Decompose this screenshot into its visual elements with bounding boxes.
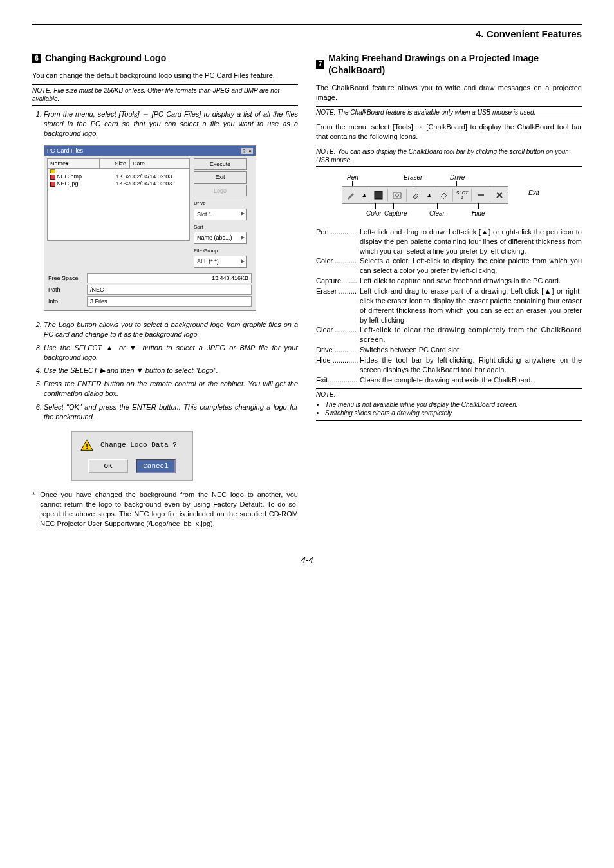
section-6-title: Changing Background Logo [45,52,166,64]
sort-label: Sort [194,224,253,231]
drive-icon[interactable]: SLOT 1 [454,187,470,203]
filegroup-label: File Group [194,248,253,255]
note-usb: NOTE: The ChalkBoard feature is availabl… [316,106,582,119]
note-item: The menu is not available while you disp… [325,401,582,410]
file-row[interactable]: NEC.jpg 1KB 2002/04/14 02:03 [48,180,189,187]
section-number-box: 7 [316,60,324,69]
label-exit: Exit [528,189,539,198]
dropdown-icon[interactable]: ▶ [241,211,246,218]
section-7-mid: From the menu, select [Tools] → [ChalkBo… [316,122,582,142]
section-7-title: Making Freehand Drawings on a Projected … [328,52,582,77]
eraser-menu-icon[interactable]: ▴ [424,187,433,203]
exit-button[interactable]: Exit [194,171,247,183]
pc-card-files-window: PC Card Files ?× Name▾ Size Date NEC.bmp… [44,145,256,311]
col-size[interactable]: Size [100,158,129,169]
window-title: PC Card Files [47,147,83,155]
file-list[interactable]: NEC.bmp 1KB 2002/04/14 02:03 NEC.jpg 1KB… [47,169,190,241]
filegroup-field[interactable]: ALL (*.*)▶ [194,256,247,267]
drive-field[interactable]: Slot 1▶ [194,209,247,220]
svg-point-4 [396,194,399,197]
dropdown-icon[interactable]: ▶ [241,258,246,265]
close-icon[interactable]: × [247,148,253,154]
freespace-value: 13,443,416KB [87,273,252,283]
label-hide: Hide [472,209,485,218]
sort-field[interactable]: Name (abc...)▶ [194,232,247,243]
svg-rect-5 [478,194,484,196]
warning-icon: ! [80,439,94,453]
section-7-heading: 7 Making Freehand Drawings on a Projecte… [316,52,582,77]
execute-button[interactable]: Execute [194,158,247,170]
info-value: 3 Files [87,296,252,307]
step-6: Select "OK" and press the ENTER button. … [44,402,298,422]
ok-button[interactable]: OK [88,459,128,474]
label-drive: Drive [450,173,465,182]
pen-icon[interactable] [342,187,359,203]
steps-list-cont: The Logo button allows you to select a b… [32,320,298,422]
color-icon[interactable] [370,187,387,203]
note-list: NOTE: The menu is not available while yo… [316,388,582,421]
step-5: Press the ENTER button on the remote con… [44,379,298,399]
col-name[interactable]: Name▾ [47,158,100,169]
svg-rect-2 [375,191,382,199]
capture-icon[interactable] [389,187,405,203]
definitions: Pen ..............Left-click and drag to… [316,227,582,385]
note-scroll: NOTE: You can also display the ChalkBoar… [316,146,582,167]
right-column: 7 Making Freehand Drawings on a Projecte… [316,47,582,529]
help-icon[interactable]: ? [241,148,247,154]
step-4: Use the SELECT ▶ and then ▼ button to se… [44,366,298,375]
path-value: /NEC [87,285,252,295]
section-6-intro: You can change the default background lo… [32,71,298,80]
cancel-button[interactable]: Cancel [136,459,176,474]
file-row[interactable]: NEC.bmp 1KB 2002/04/14 02:03 [48,173,189,180]
logo-button[interactable]: Logo [194,185,247,196]
chalkboard-figure: Pen Eraser Drive Exit ▴ [342,177,582,214]
dialog-message: Change Logo Data ? [100,440,177,450]
step-2: The Logo button allows you to select a b… [44,320,298,339]
section-7-intro: The ChalkBoard feature allows you to wri… [316,83,582,102]
eraser-icon[interactable] [407,187,424,203]
chalkboard-toolbar: ▴ ▴ SLOT 1 [342,186,508,204]
step-3: Use the SELECT ▲ or ▼ button to select a… [44,343,298,363]
page-number: 4-4 [32,554,582,566]
chapter-header: 4. Convenient Features [32,28,582,41]
note-item: Switching slides clears a drawing comple… [325,409,582,418]
label-color: Color [366,209,382,218]
note-filesize: NOTE: File size must be 256KB or less. O… [32,84,298,106]
svg-rect-3 [393,193,401,198]
confirm-dialog: ! Change Logo Data ? OK Cancel [71,431,193,482]
exit-icon[interactable] [491,187,508,203]
drive-label: Drive [194,200,253,207]
file-icon [50,182,55,187]
path-label: Path [48,286,87,294]
note-head: NOTE: [316,390,582,399]
step-1: From the menu, select [Tools] → [PC Card… [44,109,298,138]
top-rule [32,24,582,25]
svg-text:!: ! [86,442,88,449]
window-buttons: ?× [241,147,253,155]
window-titlebar: PC Card Files ?× [44,146,256,156]
dropdown-icon[interactable]: ▶ [241,234,246,241]
section-6-heading: 6 Changing Background Logo [32,52,298,64]
steps-list: From the menu, select [Tools] → [PC Card… [32,109,298,138]
pen-menu-icon[interactable]: ▴ [359,187,368,203]
info-label: Info. [48,297,87,305]
col-date[interactable]: Date [129,158,190,169]
asterisk-note: * Once you have changed the background f… [32,490,298,528]
hide-icon[interactable] [472,187,489,203]
label-clear: Clear [429,209,445,218]
freespace-label: Free Space [48,274,87,282]
label-capture: Capture [384,209,407,218]
clear-icon[interactable] [435,187,452,203]
left-column: 6 Changing Background Logo You can chang… [32,47,298,529]
section-number-box: 6 [32,54,41,63]
file-icon [50,175,55,180]
